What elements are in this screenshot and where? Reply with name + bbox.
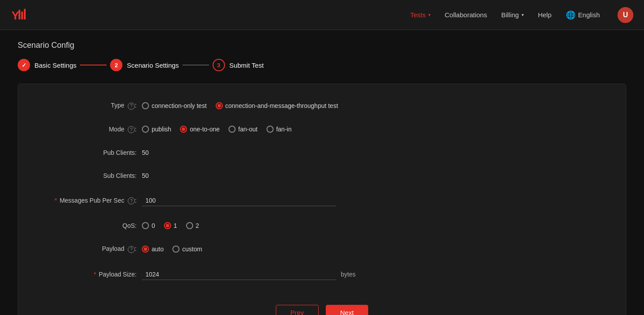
payload-size-input[interactable] [142, 269, 336, 280]
next-button[interactable]: Next [326, 305, 369, 315]
qos-radio-group: 0 1 2 [142, 222, 199, 229]
payload-help-icon[interactable]: ? [128, 246, 135, 253]
nav-item-tests[interactable]: Tests ▾ [410, 11, 431, 19]
qos-radio-2[interactable]: 2 [186, 222, 199, 229]
pub-clients-label: Pub Clients: [45, 149, 142, 156]
form-card: Type ?: connection-only test connection-… [18, 84, 626, 315]
step-circle-1: ✓ [18, 59, 30, 71]
nav-item-help[interactable]: Help [538, 11, 552, 19]
mode-help-icon[interactable]: ? [128, 126, 135, 133]
nav-item-billing[interactable]: Billing ▾ [501, 11, 524, 19]
logo[interactable]: Y [11, 5, 30, 25]
payload-size-unit: bytes [341, 271, 355, 278]
payload-row: Payload ?: auto custom [45, 245, 599, 253]
avatar[interactable]: U [617, 7, 633, 23]
nav-item-collaborations[interactable]: Collaborations [445, 11, 487, 19]
svg-text:Y: Y [11, 9, 19, 22]
stepper: ✓ Basic Settings 2 Scenario Settings 3 S… [18, 59, 626, 71]
svg-rect-3 [24, 9, 26, 19]
messages-pub-per-sec-label: * Messages Pub Per Sec ?: [45, 197, 142, 205]
mode-radio-fan-out[interactable]: fan-out [229, 126, 258, 133]
qos-radio-0[interactable]: 0 [142, 222, 155, 229]
sub-clients-row: Sub Clients: 50 [45, 172, 599, 179]
qos-row: QoS: 0 1 2 [45, 222, 599, 229]
mode-label: Mode ?: [45, 126, 142, 134]
step-submit-test: 3 Submit Test [213, 59, 264, 71]
type-help-icon[interactable]: ? [128, 103, 135, 110]
messages-pub-per-sec-input[interactable] [142, 195, 336, 206]
payload-label: Payload ?: [45, 245, 142, 253]
prev-button[interactable]: Prev [276, 305, 319, 315]
step-line-2 [183, 65, 209, 65]
step-label-3: Submit Test [229, 61, 264, 69]
payload-size-label: * Payload Size: [45, 271, 142, 278]
type-row: Type ?: connection-only test connection-… [45, 102, 599, 110]
chevron-down-icon: ▾ [522, 12, 524, 17]
navbar: Y Tests ▾ Collaborations Billing ▾ Help … [0, 0, 644, 30]
step-scenario-settings: 2 Scenario Settings [110, 59, 179, 71]
payload-radio-custom[interactable]: custom [172, 246, 202, 253]
mode-radio-group: publish one-to-one fan-out fan-in [142, 126, 292, 133]
mode-radio-one-to-one[interactable]: one-to-one [180, 126, 220, 133]
pub-clients-value: 50 [142, 149, 149, 156]
svg-rect-2 [21, 12, 23, 19]
svg-rect-1 [19, 10, 20, 19]
page-container: Scenario Config ✓ Basic Settings 2 Scena… [0, 30, 644, 315]
step-line-1 [80, 65, 107, 65]
type-label: Type ?: [45, 102, 142, 110]
payload-radio-auto[interactable]: auto [142, 246, 164, 253]
step-label-2: Scenario Settings [127, 61, 179, 69]
mode-radio-publish[interactable]: publish [142, 126, 171, 133]
language-selector[interactable]: 🌐 English [566, 10, 600, 20]
payload-size-row: * Payload Size: bytes [45, 269, 599, 280]
messages-help-icon[interactable]: ? [128, 197, 135, 204]
qos-radio-1[interactable]: 1 [164, 222, 177, 229]
type-radio-connection-only[interactable]: connection-only test [142, 102, 207, 109]
mode-radio-fan-in[interactable]: fan-in [267, 126, 292, 133]
step-circle-2: 2 [110, 59, 122, 71]
type-radio-group: connection-only test connection-and-mess… [142, 102, 338, 109]
sub-clients-value: 50 [142, 172, 149, 179]
globe-icon: 🌐 [566, 10, 575, 20]
btn-row: Prev Next [45, 296, 599, 315]
payload-radio-group: auto custom [142, 246, 202, 253]
page-title: Scenario Config [18, 41, 626, 50]
pub-clients-row: Pub Clients: 50 [45, 149, 599, 156]
type-radio-connection-message[interactable]: connection-and-message-throughput test [216, 102, 338, 109]
chevron-down-icon: ▾ [428, 12, 431, 17]
messages-pub-per-sec-row: * Messages Pub Per Sec ?: [45, 195, 599, 206]
step-basic-settings: ✓ Basic Settings [18, 59, 76, 71]
qos-label: QoS: [45, 222, 142, 229]
step-label-1: Basic Settings [34, 61, 76, 69]
nav-items: Tests ▾ Collaborations Billing ▾ Help 🌐 … [410, 7, 633, 23]
step-circle-3: 3 [213, 59, 225, 71]
mode-row: Mode ?: publish one-to-one fan-out [45, 126, 599, 134]
sub-clients-label: Sub Clients: [45, 172, 142, 179]
